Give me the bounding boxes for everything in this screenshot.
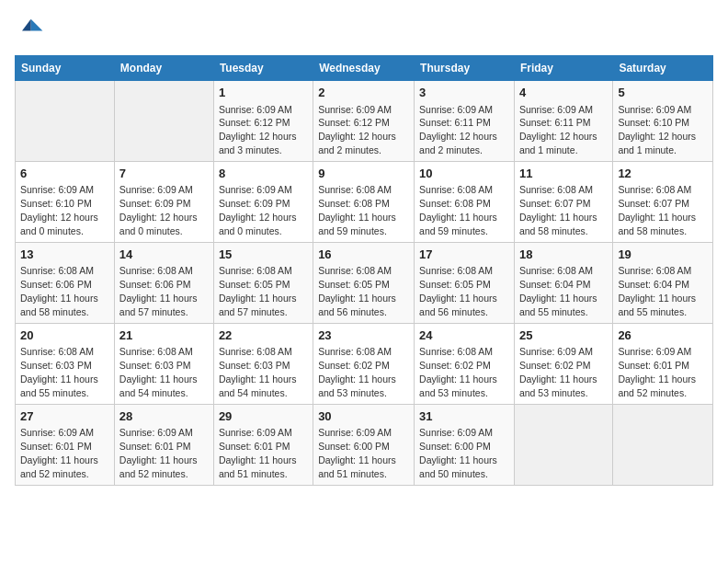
calendar-cell: 5 Sunrise: 6:09 AMSunset: 6:10 PMDayligh… — [613, 81, 713, 162]
weekday-header-cell: Monday — [114, 56, 213, 81]
day-info: Sunrise: 6:09 AMSunset: 6:10 PMDaylight:… — [618, 104, 696, 156]
day-number: 19 — [618, 247, 708, 263]
day-info: Sunrise: 6:08 AMSunset: 6:04 PMDaylight:… — [618, 265, 696, 317]
calendar-cell: 6 Sunrise: 6:09 AMSunset: 6:10 PMDayligh… — [16, 161, 115, 242]
day-info: Sunrise: 6:09 AMSunset: 6:00 PMDaylight:… — [419, 427, 497, 479]
weekday-header-row: SundayMondayTuesdayWednesdayThursdayFrid… — [16, 56, 713, 81]
calendar-cell — [613, 404, 713, 485]
day-number: 10 — [419, 166, 509, 182]
calendar-table: SundayMondayTuesdayWednesdayThursdayFrid… — [15, 55, 713, 486]
logo — [15, 15, 48, 44]
calendar-cell: 1 Sunrise: 6:09 AMSunset: 6:12 PMDayligh… — [213, 81, 313, 162]
day-number: 17 — [419, 247, 509, 263]
calendar-cell: 11 Sunrise: 6:08 AMSunset: 6:07 PMDaylig… — [514, 161, 612, 242]
day-info: Sunrise: 6:09 AMSunset: 6:01 PMDaylight:… — [618, 346, 696, 398]
calendar-week-row: 13 Sunrise: 6:08 AMSunset: 6:06 PMDaylig… — [16, 242, 713, 323]
day-info: Sunrise: 6:08 AMSunset: 6:03 PMDaylight:… — [119, 346, 198, 398]
day-info: Sunrise: 6:09 AMSunset: 6:11 PMDaylight:… — [519, 104, 597, 156]
weekday-header-cell: Tuesday — [213, 56, 313, 81]
day-number: 26 — [618, 327, 708, 344]
day-number: 3 — [419, 85, 509, 101]
calendar-cell: 27 Sunrise: 6:09 AMSunset: 6:01 PMDaylig… — [16, 404, 115, 485]
day-info: Sunrise: 6:08 AMSunset: 6:04 PMDaylight:… — [519, 265, 597, 317]
weekday-header-cell: Thursday — [415, 56, 515, 81]
day-number: 13 — [20, 247, 109, 263]
logo-icon — [15, 15, 44, 44]
calendar-cell — [514, 404, 612, 485]
day-number: 30 — [318, 408, 409, 425]
day-number: 29 — [219, 408, 308, 425]
day-number: 28 — [119, 408, 209, 425]
calendar-cell: 19 Sunrise: 6:08 AMSunset: 6:04 PMDaylig… — [613, 242, 713, 323]
day-number: 4 — [519, 85, 608, 101]
day-info: Sunrise: 6:09 AMSunset: 6:10 PMDaylight:… — [20, 184, 98, 236]
day-info: Sunrise: 6:09 AMSunset: 6:09 PMDaylight:… — [119, 184, 198, 236]
calendar-cell: 4 Sunrise: 6:09 AMSunset: 6:11 PMDayligh… — [514, 81, 612, 162]
calendar-cell: 25 Sunrise: 6:09 AMSunset: 6:02 PMDaylig… — [514, 323, 612, 404]
day-info: Sunrise: 6:08 AMSunset: 6:02 PMDaylight:… — [419, 346, 497, 398]
day-info: Sunrise: 6:08 AMSunset: 6:08 PMDaylight:… — [318, 184, 396, 236]
calendar-cell: 2 Sunrise: 6:09 AMSunset: 6:12 PMDayligh… — [313, 81, 415, 162]
calendar-cell: 31 Sunrise: 6:09 AMSunset: 6:00 PMDaylig… — [415, 404, 515, 485]
calendar-cell: 21 Sunrise: 6:08 AMSunset: 6:03 PMDaylig… — [114, 323, 213, 404]
day-info: Sunrise: 6:09 AMSunset: 6:01 PMDaylight:… — [119, 427, 198, 479]
calendar-cell: 30 Sunrise: 6:09 AMSunset: 6:00 PMDaylig… — [313, 404, 415, 485]
calendar-week-row: 27 Sunrise: 6:09 AMSunset: 6:01 PMDaylig… — [16, 404, 713, 485]
day-number: 2 — [318, 85, 409, 101]
day-info: Sunrise: 6:08 AMSunset: 6:02 PMDaylight:… — [318, 346, 396, 398]
calendar-cell — [114, 81, 213, 162]
day-info: Sunrise: 6:08 AMSunset: 6:07 PMDaylight:… — [519, 184, 597, 236]
day-info: Sunrise: 6:09 AMSunset: 6:02 PMDaylight:… — [519, 346, 597, 398]
day-info: Sunrise: 6:08 AMSunset: 6:06 PMDaylight:… — [119, 265, 198, 317]
day-info: Sunrise: 6:08 AMSunset: 6:03 PMDaylight:… — [20, 346, 98, 398]
calendar-cell: 20 Sunrise: 6:08 AMSunset: 6:03 PMDaylig… — [16, 323, 115, 404]
day-number: 21 — [119, 327, 209, 344]
day-number: 6 — [20, 166, 109, 182]
weekday-header-cell: Friday — [514, 56, 612, 81]
day-number: 7 — [119, 166, 209, 182]
weekday-header-cell: Saturday — [613, 56, 713, 81]
calendar-cell: 23 Sunrise: 6:08 AMSunset: 6:02 PMDaylig… — [313, 323, 415, 404]
day-info: Sunrise: 6:09 AMSunset: 6:12 PMDaylight:… — [318, 104, 396, 156]
calendar-cell: 24 Sunrise: 6:08 AMSunset: 6:02 PMDaylig… — [415, 323, 515, 404]
calendar-cell: 9 Sunrise: 6:08 AMSunset: 6:08 PMDayligh… — [313, 161, 415, 242]
svg-marker-0 — [31, 19, 43, 31]
calendar-cell: 16 Sunrise: 6:08 AMSunset: 6:05 PMDaylig… — [313, 242, 415, 323]
day-info: Sunrise: 6:08 AMSunset: 6:05 PMDaylight:… — [219, 265, 297, 317]
calendar-body: 1 Sunrise: 6:09 AMSunset: 6:12 PMDayligh… — [16, 81, 713, 486]
day-number: 15 — [219, 247, 308, 263]
svg-marker-1 — [22, 19, 31, 31]
calendar-cell: 13 Sunrise: 6:08 AMSunset: 6:06 PMDaylig… — [16, 242, 115, 323]
calendar-cell: 10 Sunrise: 6:08 AMSunset: 6:08 PMDaylig… — [415, 161, 515, 242]
calendar-cell: 15 Sunrise: 6:08 AMSunset: 6:05 PMDaylig… — [213, 242, 313, 323]
calendar-week-row: 20 Sunrise: 6:08 AMSunset: 6:03 PMDaylig… — [16, 323, 713, 404]
day-number: 8 — [219, 166, 308, 182]
day-info: Sunrise: 6:09 AMSunset: 6:01 PMDaylight:… — [219, 427, 297, 479]
day-info: Sunrise: 6:08 AMSunset: 6:05 PMDaylight:… — [419, 265, 497, 317]
day-info: Sunrise: 6:08 AMSunset: 6:05 PMDaylight:… — [318, 265, 396, 317]
calendar-cell: 18 Sunrise: 6:08 AMSunset: 6:04 PMDaylig… — [514, 242, 612, 323]
day-info: Sunrise: 6:08 AMSunset: 6:03 PMDaylight:… — [219, 346, 297, 398]
calendar-cell: 17 Sunrise: 6:08 AMSunset: 6:05 PMDaylig… — [415, 242, 515, 323]
calendar-cell: 8 Sunrise: 6:09 AMSunset: 6:09 PMDayligh… — [213, 161, 313, 242]
calendar-cell: 28 Sunrise: 6:09 AMSunset: 6:01 PMDaylig… — [114, 404, 213, 485]
day-number: 5 — [618, 85, 708, 101]
calendar-week-row: 1 Sunrise: 6:09 AMSunset: 6:12 PMDayligh… — [16, 81, 713, 162]
calendar-cell: 22 Sunrise: 6:08 AMSunset: 6:03 PMDaylig… — [213, 323, 313, 404]
day-info: Sunrise: 6:08 AMSunset: 6:07 PMDaylight:… — [618, 184, 696, 236]
day-number: 24 — [419, 327, 509, 344]
calendar-cell: 26 Sunrise: 6:09 AMSunset: 6:01 PMDaylig… — [613, 323, 713, 404]
day-number: 18 — [519, 247, 608, 263]
day-number: 16 — [318, 247, 409, 263]
day-info: Sunrise: 6:09 AMSunset: 6:09 PMDaylight:… — [219, 184, 297, 236]
day-number: 12 — [618, 166, 708, 182]
weekday-header-cell: Sunday — [16, 56, 115, 81]
day-info: Sunrise: 6:08 AMSunset: 6:06 PMDaylight:… — [20, 265, 98, 317]
calendar-cell — [16, 81, 115, 162]
page-header — [15, 15, 713, 44]
day-info: Sunrise: 6:09 AMSunset: 6:12 PMDaylight:… — [219, 104, 297, 156]
day-number: 22 — [219, 327, 308, 344]
day-number: 23 — [318, 327, 409, 344]
day-number: 14 — [119, 247, 209, 263]
calendar-cell: 14 Sunrise: 6:08 AMSunset: 6:06 PMDaylig… — [114, 242, 213, 323]
